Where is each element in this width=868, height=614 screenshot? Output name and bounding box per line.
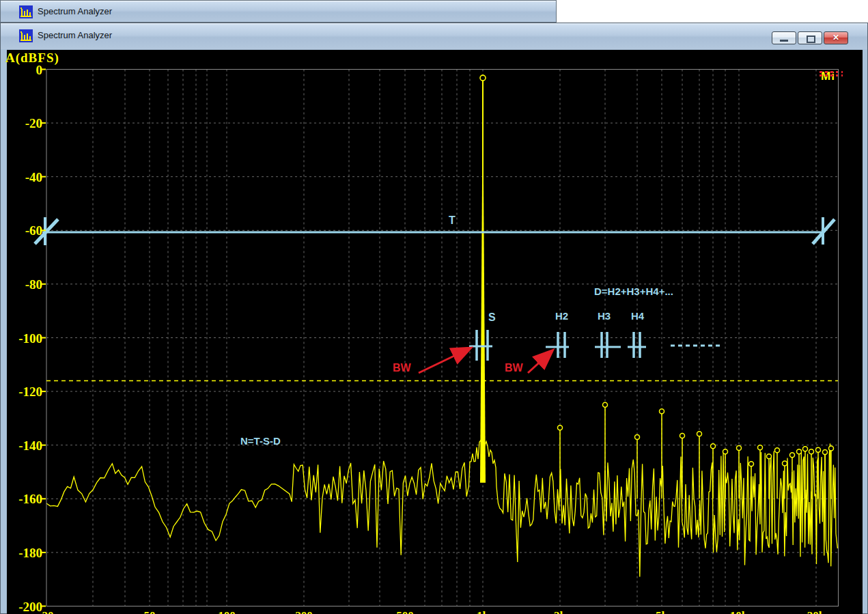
annotation-n-t-s-d: N=T-S-D (240, 435, 281, 447)
y-axis-title: A(dBFS) (5, 51, 59, 66)
background-window-titlebar[interactable]: Spectrum Analyzer (0, 0, 557, 23)
spectrum-analyzer-window: Spectrum Analyzer ✕ (0, 23, 868, 614)
watermark-dash (820, 71, 843, 73)
x-tick-label: 20k (807, 609, 825, 614)
plot-client-area (7, 50, 863, 614)
x-tick-label: 200 (295, 609, 313, 614)
x-tick-label: 100 (218, 609, 236, 614)
annotation-bw: BW (505, 362, 523, 374)
watermark-dash (820, 74, 843, 76)
annotation-h2: H2 (555, 310, 568, 322)
minimize-button[interactable] (772, 31, 796, 44)
annotation-h3: H3 (598, 310, 611, 322)
window-title: Spectrum Analyzer (38, 30, 112, 40)
background-window-title: Spectrum Analyzer (38, 6, 112, 16)
maximize-icon (807, 36, 815, 43)
x-tick-label: 5k (656, 609, 668, 614)
x-tick-label: 20 (42, 609, 54, 614)
titlebar[interactable]: Spectrum Analyzer ✕ (1, 23, 867, 49)
x-tick-label: 10k (730, 609, 748, 614)
x-tick-label: 50 (144, 609, 156, 614)
app-icon (19, 29, 33, 42)
close-icon: ✕ (824, 33, 848, 42)
x-tick-label: 1k (477, 609, 489, 614)
annotation-h4: H4 (631, 310, 644, 322)
app-icon (19, 5, 33, 18)
minimize-icon (780, 40, 788, 42)
x-tick-label: 2k (554, 609, 566, 614)
screen: Spectrum Analyzer Spectrum Analyzer ✕ A(… (0, 0, 868, 614)
annotation-s: S (488, 311, 496, 324)
maximize-button[interactable] (798, 31, 822, 44)
annotation-t: T (449, 214, 456, 227)
annotation-d-h2-h3-h4-: D=H2+H3+H4+... (594, 285, 673, 297)
x-tick-label: 500 (396, 609, 414, 614)
annotation-bw: BW (393, 362, 411, 374)
close-button[interactable]: ✕ (824, 31, 848, 44)
